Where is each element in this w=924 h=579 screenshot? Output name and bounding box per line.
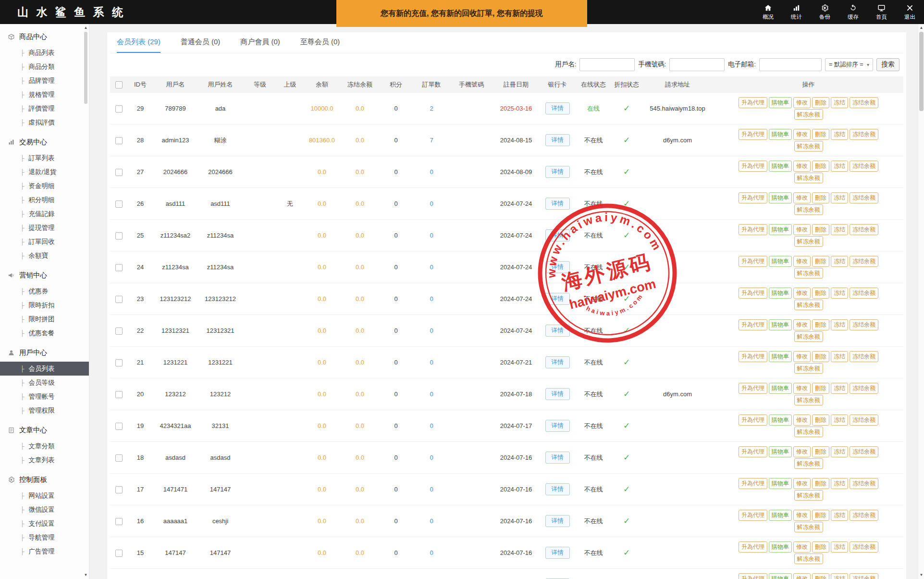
action-freeze-button[interactable]: 冻结 [831, 415, 848, 425]
action-unfreeze-balance-button[interactable]: 解冻余额 [794, 522, 823, 532]
row-checkbox[interactable] [115, 296, 123, 303]
row-checkbox[interactable] [115, 391, 123, 398]
action-edit-button[interactable]: 修改 [793, 351, 811, 362]
topnav-overview[interactable]: 概况 [754, 0, 782, 24]
tab[interactable]: 商户會員 (0) [240, 32, 280, 53]
action-freeze-balance-button[interactable]: 冻结余额 [850, 383, 878, 393]
sidebar-section-toggle[interactable]: 用戶中心 [0, 344, 89, 362]
action-edit-button[interactable]: 修改 [793, 129, 811, 139]
action-cart-button[interactable]: 購物車 [769, 288, 792, 298]
bank-detail-button[interactable]: 详情 [545, 166, 570, 178]
action-edit-button[interactable]: 修改 [793, 478, 811, 489]
action-delete-button[interactable]: 刪除 [812, 415, 829, 425]
sidebar-item[interactable]: ├余額寶 [0, 249, 89, 263]
tab[interactable]: 普通会员 (0) [181, 32, 221, 53]
bank-detail-button[interactable]: 详情 [545, 452, 570, 464]
action-freeze-balance-button[interactable]: 冻结余额 [850, 161, 878, 171]
row-checkbox[interactable] [115, 454, 123, 462]
action-unfreeze-balance-button[interactable]: 解冻余额 [794, 331, 823, 342]
topnav-cache[interactable]: 缓存 [839, 0, 867, 24]
action-unfreeze-balance-button[interactable]: 解冻余额 [794, 490, 823, 501]
sidebar-item[interactable]: ├管理权限 [0, 403, 89, 417]
bank-detail-button[interactable]: 详情 [545, 388, 570, 400]
action-promote-agent-button[interactable]: 升為代理 [739, 541, 767, 552]
action-freeze-button[interactable]: 冻结 [831, 224, 848, 235]
bank-detail-button[interactable]: 详情 [545, 293, 570, 305]
tab[interactable]: 会员列表 (29) [117, 32, 160, 53]
action-edit-button[interactable]: 修改 [793, 415, 811, 425]
sidebar-item[interactable]: ├优惠券 [0, 284, 89, 298]
action-edit-button[interactable]: 修改 [793, 446, 811, 457]
action-edit-button[interactable]: 修改 [793, 319, 811, 330]
sidebar-scrollbar-thumb[interactable] [84, 32, 87, 104]
action-unfreeze-balance-button[interactable]: 解冻余额 [794, 458, 823, 469]
action-delete-button[interactable]: 刪除 [812, 192, 829, 203]
action-promote-agent-button[interactable]: 升為代理 [739, 161, 767, 171]
action-cart-button[interactable]: 購物車 [769, 573, 792, 579]
action-edit-button[interactable]: 修改 [793, 256, 811, 266]
sidebar-item[interactable]: ├訂單回收 [0, 235, 89, 249]
sidebar-section-toggle[interactable]: 文章中心 [0, 421, 89, 439]
action-freeze-balance-button[interactable]: 冻结余额 [850, 415, 878, 425]
action-promote-agent-button[interactable]: 升為代理 [739, 446, 767, 457]
sidebar-item[interactable]: ├优惠套餐 [0, 326, 89, 340]
action-freeze-button[interactable]: 冻结 [831, 319, 848, 330]
action-cart-button[interactable]: 購物車 [769, 541, 792, 552]
action-cart-button[interactable]: 購物車 [769, 224, 792, 235]
username-filter-input[interactable] [579, 58, 635, 71]
sidebar-item[interactable]: ├会员列表 [0, 362, 89, 376]
row-checkbox[interactable] [115, 105, 123, 113]
action-cart-button[interactable]: 購物車 [769, 319, 792, 330]
action-delete-button[interactable]: 刪除 [812, 446, 829, 457]
bank-detail-button[interactable]: 详情 [545, 134, 570, 146]
action-edit-button[interactable]: 修改 [793, 97, 811, 108]
sidebar-item[interactable]: ├品牌管理 [0, 74, 89, 88]
action-unfreeze-balance-button[interactable]: 解冻余额 [794, 173, 823, 183]
action-delete-button[interactable]: 刪除 [812, 288, 829, 298]
action-promote-agent-button[interactable]: 升為代理 [739, 319, 767, 330]
action-delete-button[interactable]: 刪除 [812, 383, 829, 393]
sidebar-section-toggle[interactable]: 控制面板 [0, 471, 89, 489]
action-promote-agent-button[interactable]: 升為代理 [739, 256, 767, 266]
action-edit-button[interactable]: 修改 [793, 161, 811, 171]
row-checkbox[interactable] [115, 486, 123, 493]
bank-detail-button[interactable]: 详情 [545, 547, 570, 559]
action-freeze-balance-button[interactable]: 冻结余额 [850, 541, 878, 552]
sidebar-item[interactable]: ├訂單列表 [0, 151, 89, 165]
action-freeze-button[interactable]: 冻结 [831, 192, 848, 203]
action-cart-button[interactable]: 購物車 [769, 129, 792, 139]
action-delete-button[interactable]: 刪除 [812, 351, 829, 362]
action-freeze-button[interactable]: 冻结 [831, 573, 848, 579]
action-promote-agent-button[interactable]: 升為代理 [739, 573, 767, 579]
scroll-up-icon[interactable]: ▲ [83, 25, 89, 31]
action-freeze-button[interactable]: 冻结 [831, 383, 848, 393]
action-edit-button[interactable]: 修改 [793, 288, 811, 298]
bank-detail-button[interactable]: 详情 [545, 483, 570, 495]
search-button[interactable]: 搜索 [876, 58, 899, 71]
action-edit-button[interactable]: 修改 [793, 510, 811, 520]
action-cart-button[interactable]: 購物車 [769, 161, 792, 171]
action-edit-button[interactable]: 修改 [793, 383, 811, 393]
action-freeze-balance-button[interactable]: 冻结余额 [850, 478, 878, 489]
action-freeze-balance-button[interactable]: 冻结余额 [850, 192, 878, 203]
sidebar-section-toggle[interactable]: 交易中心 [0, 133, 89, 151]
action-cart-button[interactable]: 購物車 [769, 510, 792, 520]
action-edit-button[interactable]: 修改 [793, 192, 811, 203]
sidebar-item[interactable]: ├商品分類 [0, 60, 89, 74]
action-freeze-button[interactable]: 冻结 [831, 478, 848, 489]
sidebar-item[interactable]: ├管理帐号 [0, 390, 89, 403]
bank-detail-button[interactable]: 详情 [545, 102, 570, 114]
action-cart-button[interactable]: 購物車 [769, 383, 792, 393]
action-delete-button[interactable]: 刪除 [812, 573, 829, 579]
sidebar-item[interactable]: ├资金明细 [0, 179, 89, 193]
scroll-up-icon[interactable]: ▲ [918, 25, 924, 31]
action-freeze-balance-button[interactable]: 冻结余额 [850, 129, 878, 139]
action-freeze-button[interactable]: 冻结 [831, 97, 848, 108]
bank-detail-button[interactable]: 详情 [545, 261, 570, 273]
row-checkbox[interactable] [115, 550, 123, 557]
action-unfreeze-balance-button[interactable]: 解冻余额 [794, 554, 823, 564]
row-checkbox[interactable] [115, 518, 123, 525]
sidebar-item[interactable]: ├提現管理 [0, 221, 89, 235]
bank-detail-button[interactable]: 详情 [545, 198, 570, 210]
action-unfreeze-balance-button[interactable]: 解冻余额 [794, 300, 823, 310]
